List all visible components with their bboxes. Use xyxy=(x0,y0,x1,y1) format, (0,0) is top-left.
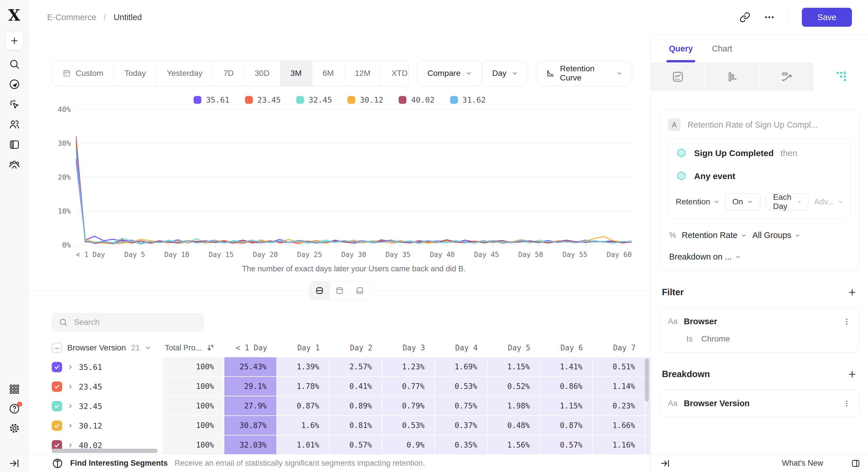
time-range-today[interactable]: Today xyxy=(114,61,156,86)
row-expand-icon[interactable] xyxy=(67,423,74,429)
layout-chart-button[interactable] xyxy=(330,281,350,300)
retention-cell[interactable]: 0.53% xyxy=(435,377,488,396)
row-expand-icon[interactable] xyxy=(67,403,74,409)
retention-cell[interactable]: 0.89% xyxy=(330,396,382,416)
advanced-dropdown[interactable]: Adv... xyxy=(814,197,843,206)
tab-query[interactable]: Query xyxy=(669,35,693,62)
day-column-header[interactable]: Day 7 xyxy=(593,338,645,357)
retention-cell[interactable]: 0.87% xyxy=(540,416,593,436)
row-checkbox[interactable] xyxy=(52,420,62,431)
retention-cell[interactable]: 0.48% xyxy=(488,416,540,436)
select-all-checkbox[interactable]: – xyxy=(52,343,62,353)
segments-footer[interactable]: Find Interesting Segments Receive an ema… xyxy=(29,454,651,472)
retention-cell[interactable]: 1.78% xyxy=(277,377,330,396)
retention-cell[interactable]: 0.87% xyxy=(277,396,330,416)
legend-item[interactable]: 31.62 xyxy=(450,95,486,104)
retention-cell[interactable]: 32.03% xyxy=(224,436,277,454)
retention-cell[interactable]: 0.35% xyxy=(435,436,488,454)
insights-report-button[interactable] xyxy=(651,62,705,91)
retention-cell[interactable]: 27.9% xyxy=(224,396,277,416)
retention-cell[interactable]: 1.14% xyxy=(593,377,645,396)
total-column-header[interactable]: Total Pro... xyxy=(162,338,224,357)
compass-icon[interactable] xyxy=(8,78,21,91)
query-header[interactable]: A Retention Rate of Sign Up Compl... xyxy=(668,119,851,131)
granularity-dropdown[interactable]: Day xyxy=(482,60,528,86)
legend-item[interactable]: 23.45 xyxy=(245,95,281,104)
retention-cell[interactable]: 0.86% xyxy=(540,377,593,396)
create-new-button[interactable] xyxy=(5,32,24,50)
retention-cell[interactable]: 0.23% xyxy=(593,396,645,416)
row-expand-icon[interactable] xyxy=(67,383,74,390)
layout-split-button[interactable] xyxy=(309,281,330,300)
time-range-30d[interactable]: 30D xyxy=(244,61,280,86)
retention-cell[interactable]: 0.53% xyxy=(382,416,435,436)
each-day-dropdown[interactable]: Each Day xyxy=(766,194,808,210)
event-row-b[interactable]: Any event xyxy=(676,170,843,182)
time-range-custom[interactable]: Custom xyxy=(52,61,114,86)
apps-grid-icon[interactable] xyxy=(8,382,21,396)
retention-cell[interactable]: 1.69% xyxy=(435,357,488,377)
retention-cell[interactable]: 1.6% xyxy=(277,416,330,436)
day-column-header[interactable]: Day 4 xyxy=(435,338,488,357)
row-expand-icon[interactable] xyxy=(67,442,74,448)
breadcrumb-project[interactable]: E-Commerce xyxy=(47,13,96,22)
day-column-header[interactable]: Day 5 xyxy=(488,338,540,357)
filter-operator[interactable]: Is xyxy=(686,334,692,343)
time-range-yesterday[interactable]: Yesterday xyxy=(156,61,213,86)
retention-cell[interactable]: 1.98% xyxy=(488,396,540,416)
time-range-xtd[interactable]: XTD xyxy=(381,61,409,86)
share-link-icon[interactable] xyxy=(739,12,750,23)
retention-cell[interactable]: 2.57% xyxy=(330,357,382,377)
retention-cell[interactable]: 0.51% xyxy=(593,357,645,377)
row-checkbox[interactable] xyxy=(52,401,62,411)
search-nav-icon[interactable] xyxy=(8,58,21,71)
segments-footer-title[interactable]: Find Interesting Segments xyxy=(70,459,168,468)
chevron-down-icon[interactable] xyxy=(145,345,151,351)
retention-cell[interactable]: 0.9% xyxy=(382,436,435,454)
filter-property[interactable]: Browser xyxy=(684,317,717,326)
chart-plot-area[interactable] xyxy=(76,107,631,248)
layout-table-button[interactable] xyxy=(350,281,370,300)
time-range-7d[interactable]: 7D xyxy=(213,61,245,86)
retention-cell[interactable]: 0.57% xyxy=(330,436,382,454)
time-range-3m[interactable]: 3M xyxy=(280,61,312,86)
legend-item[interactable]: 30.12 xyxy=(347,95,383,104)
legend-item[interactable]: 40.02 xyxy=(399,95,434,104)
filter-condition[interactable]: Is Chrome xyxy=(686,334,851,343)
expand-sidebar-icon[interactable] xyxy=(8,455,21,472)
compare-button[interactable]: Compare xyxy=(417,60,482,86)
flows-report-button[interactable] xyxy=(760,62,814,91)
settings-gear-icon[interactable] xyxy=(8,422,21,435)
retention-cell[interactable]: 0.81% xyxy=(330,416,382,436)
filter-value[interactable]: Chrome xyxy=(701,334,730,343)
retention-type-dropdown[interactable]: Retention xyxy=(676,197,719,206)
retention-cell[interactable]: 1.41% xyxy=(540,357,593,377)
on-dropdown[interactable]: On xyxy=(725,194,760,210)
row-expand-icon[interactable] xyxy=(67,364,74,370)
whats-new-link[interactable]: What's New xyxy=(782,459,823,468)
chart-type-dropdown[interactable]: Retention Curve xyxy=(536,60,632,86)
retention-cell[interactable]: 29.1% xyxy=(224,377,277,396)
retention-report-button[interactable] xyxy=(814,62,868,91)
event-a-name[interactable]: Sign Up Completed xyxy=(694,148,774,158)
retention-cell[interactable]: 1.01% xyxy=(277,436,330,454)
retention-cell[interactable]: 0.41% xyxy=(330,377,382,396)
row-checkbox[interactable] xyxy=(52,381,62,392)
table-horizontal-scrollbar[interactable] xyxy=(52,449,158,453)
help-icon[interactable] xyxy=(8,402,21,415)
legend-item[interactable]: 32.45 xyxy=(296,95,332,104)
day-column-header[interactable]: Day 3 xyxy=(382,338,435,357)
retention-cell[interactable]: 0.77% xyxy=(382,377,435,396)
retention-cell[interactable]: 0.37% xyxy=(435,416,488,436)
retention-cell[interactable]: 1.23% xyxy=(382,357,435,377)
tab-chart[interactable]: Chart xyxy=(712,35,732,62)
search-input[interactable] xyxy=(74,317,197,327)
retention-cell[interactable]: 1.16% xyxy=(593,436,645,454)
collapse-panel-icon[interactable] xyxy=(660,458,671,469)
retention-cell[interactable]: 25.43% xyxy=(224,357,277,377)
retention-cell[interactable]: 1.15% xyxy=(488,357,540,377)
add-breakdown-button[interactable] xyxy=(847,369,857,379)
day-column-header[interactable]: Day 2 xyxy=(330,338,382,357)
breakdown-property[interactable]: Browser Version xyxy=(684,399,749,408)
cursor-click-icon[interactable] xyxy=(8,98,21,111)
